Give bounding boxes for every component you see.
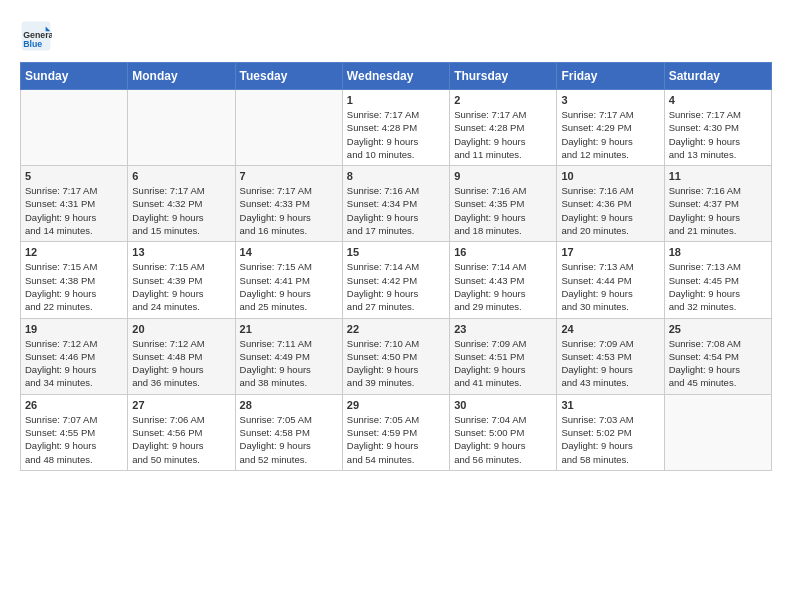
cell-content: Sunrise: 7:14 AM Sunset: 4:43 PM Dayligh…: [454, 260, 552, 313]
calendar-cell: 6Sunrise: 7:17 AM Sunset: 4:32 PM Daylig…: [128, 166, 235, 242]
calendar-cell: 25Sunrise: 7:08 AM Sunset: 4:54 PM Dayli…: [664, 318, 771, 394]
logo-icon: General Blue: [20, 20, 52, 52]
calendar-week-row: 1Sunrise: 7:17 AM Sunset: 4:28 PM Daylig…: [21, 90, 772, 166]
cell-content: Sunrise: 7:13 AM Sunset: 4:45 PM Dayligh…: [669, 260, 767, 313]
cell-content: Sunrise: 7:12 AM Sunset: 4:48 PM Dayligh…: [132, 337, 230, 390]
calendar-cell: 17Sunrise: 7:13 AM Sunset: 4:44 PM Dayli…: [557, 242, 664, 318]
day-number: 7: [240, 170, 338, 182]
day-number: 29: [347, 399, 445, 411]
day-number: 12: [25, 246, 123, 258]
day-number: 17: [561, 246, 659, 258]
cell-content: Sunrise: 7:03 AM Sunset: 5:02 PM Dayligh…: [561, 413, 659, 466]
calendar-day-header: Saturday: [664, 63, 771, 90]
cell-content: Sunrise: 7:17 AM Sunset: 4:31 PM Dayligh…: [25, 184, 123, 237]
cell-content: Sunrise: 7:13 AM Sunset: 4:44 PM Dayligh…: [561, 260, 659, 313]
calendar-cell: 19Sunrise: 7:12 AM Sunset: 4:46 PM Dayli…: [21, 318, 128, 394]
cell-content: Sunrise: 7:11 AM Sunset: 4:49 PM Dayligh…: [240, 337, 338, 390]
cell-content: Sunrise: 7:05 AM Sunset: 4:58 PM Dayligh…: [240, 413, 338, 466]
cell-content: Sunrise: 7:09 AM Sunset: 4:51 PM Dayligh…: [454, 337, 552, 390]
day-number: 20: [132, 323, 230, 335]
day-number: 27: [132, 399, 230, 411]
calendar-body: 1Sunrise: 7:17 AM Sunset: 4:28 PM Daylig…: [21, 90, 772, 471]
calendar-cell: 26Sunrise: 7:07 AM Sunset: 4:55 PM Dayli…: [21, 394, 128, 470]
cell-content: Sunrise: 7:17 AM Sunset: 4:32 PM Dayligh…: [132, 184, 230, 237]
calendar-cell: 4Sunrise: 7:17 AM Sunset: 4:30 PM Daylig…: [664, 90, 771, 166]
calendar-day-header: Sunday: [21, 63, 128, 90]
calendar-cell: 7Sunrise: 7:17 AM Sunset: 4:33 PM Daylig…: [235, 166, 342, 242]
day-number: 14: [240, 246, 338, 258]
calendar-cell: 28Sunrise: 7:05 AM Sunset: 4:58 PM Dayli…: [235, 394, 342, 470]
cell-content: Sunrise: 7:16 AM Sunset: 4:34 PM Dayligh…: [347, 184, 445, 237]
day-number: 26: [25, 399, 123, 411]
day-number: 25: [669, 323, 767, 335]
calendar-table: SundayMondayTuesdayWednesdayThursdayFrid…: [20, 62, 772, 471]
calendar-day-header: Thursday: [450, 63, 557, 90]
calendar-cell: 22Sunrise: 7:10 AM Sunset: 4:50 PM Dayli…: [342, 318, 449, 394]
calendar-cell: 5Sunrise: 7:17 AM Sunset: 4:31 PM Daylig…: [21, 166, 128, 242]
calendar-cell: 10Sunrise: 7:16 AM Sunset: 4:36 PM Dayli…: [557, 166, 664, 242]
calendar-cell: 20Sunrise: 7:12 AM Sunset: 4:48 PM Dayli…: [128, 318, 235, 394]
cell-content: Sunrise: 7:10 AM Sunset: 4:50 PM Dayligh…: [347, 337, 445, 390]
calendar-day-header: Tuesday: [235, 63, 342, 90]
day-number: 3: [561, 94, 659, 106]
cell-content: Sunrise: 7:16 AM Sunset: 4:35 PM Dayligh…: [454, 184, 552, 237]
day-number: 8: [347, 170, 445, 182]
calendar-week-row: 19Sunrise: 7:12 AM Sunset: 4:46 PM Dayli…: [21, 318, 772, 394]
calendar-cell: 3Sunrise: 7:17 AM Sunset: 4:29 PM Daylig…: [557, 90, 664, 166]
cell-content: Sunrise: 7:14 AM Sunset: 4:42 PM Dayligh…: [347, 260, 445, 313]
day-number: 13: [132, 246, 230, 258]
calendar-cell: 24Sunrise: 7:09 AM Sunset: 4:53 PM Dayli…: [557, 318, 664, 394]
calendar-day-header: Friday: [557, 63, 664, 90]
calendar-cell: 29Sunrise: 7:05 AM Sunset: 4:59 PM Dayli…: [342, 394, 449, 470]
calendar-cell: 31Sunrise: 7:03 AM Sunset: 5:02 PM Dayli…: [557, 394, 664, 470]
day-number: 4: [669, 94, 767, 106]
cell-content: Sunrise: 7:05 AM Sunset: 4:59 PM Dayligh…: [347, 413, 445, 466]
day-number: 31: [561, 399, 659, 411]
svg-text:Blue: Blue: [23, 39, 42, 49]
calendar-cell: 8Sunrise: 7:16 AM Sunset: 4:34 PM Daylig…: [342, 166, 449, 242]
calendar-week-row: 26Sunrise: 7:07 AM Sunset: 4:55 PM Dayli…: [21, 394, 772, 470]
cell-content: Sunrise: 7:16 AM Sunset: 4:37 PM Dayligh…: [669, 184, 767, 237]
calendar-week-row: 5Sunrise: 7:17 AM Sunset: 4:31 PM Daylig…: [21, 166, 772, 242]
day-number: 16: [454, 246, 552, 258]
day-number: 9: [454, 170, 552, 182]
calendar-cell: 11Sunrise: 7:16 AM Sunset: 4:37 PM Dayli…: [664, 166, 771, 242]
day-number: 11: [669, 170, 767, 182]
cell-content: Sunrise: 7:15 AM Sunset: 4:38 PM Dayligh…: [25, 260, 123, 313]
day-number: 24: [561, 323, 659, 335]
day-number: 19: [25, 323, 123, 335]
calendar-cell: 13Sunrise: 7:15 AM Sunset: 4:39 PM Dayli…: [128, 242, 235, 318]
calendar-cell: 14Sunrise: 7:15 AM Sunset: 4:41 PM Dayli…: [235, 242, 342, 318]
calendar-cell: 16Sunrise: 7:14 AM Sunset: 4:43 PM Dayli…: [450, 242, 557, 318]
calendar-cell: 18Sunrise: 7:13 AM Sunset: 4:45 PM Dayli…: [664, 242, 771, 318]
logo: General Blue: [20, 20, 58, 52]
day-number: 5: [25, 170, 123, 182]
day-number: 2: [454, 94, 552, 106]
cell-content: Sunrise: 7:15 AM Sunset: 4:41 PM Dayligh…: [240, 260, 338, 313]
calendar-cell: 12Sunrise: 7:15 AM Sunset: 4:38 PM Dayli…: [21, 242, 128, 318]
calendar-cell: 2Sunrise: 7:17 AM Sunset: 4:28 PM Daylig…: [450, 90, 557, 166]
cell-content: Sunrise: 7:07 AM Sunset: 4:55 PM Dayligh…: [25, 413, 123, 466]
cell-content: Sunrise: 7:15 AM Sunset: 4:39 PM Dayligh…: [132, 260, 230, 313]
cell-content: Sunrise: 7:17 AM Sunset: 4:33 PM Dayligh…: [240, 184, 338, 237]
calendar-cell: 30Sunrise: 7:04 AM Sunset: 5:00 PM Dayli…: [450, 394, 557, 470]
day-number: 22: [347, 323, 445, 335]
calendar-cell: 21Sunrise: 7:11 AM Sunset: 4:49 PM Dayli…: [235, 318, 342, 394]
calendar-week-row: 12Sunrise: 7:15 AM Sunset: 4:38 PM Dayli…: [21, 242, 772, 318]
calendar-cell: [235, 90, 342, 166]
day-number: 21: [240, 323, 338, 335]
calendar-day-header: Monday: [128, 63, 235, 90]
day-number: 1: [347, 94, 445, 106]
day-number: 15: [347, 246, 445, 258]
day-number: 23: [454, 323, 552, 335]
day-number: 30: [454, 399, 552, 411]
cell-content: Sunrise: 7:06 AM Sunset: 4:56 PM Dayligh…: [132, 413, 230, 466]
cell-content: Sunrise: 7:04 AM Sunset: 5:00 PM Dayligh…: [454, 413, 552, 466]
calendar-day-header: Wednesday: [342, 63, 449, 90]
page-header: General Blue: [20, 20, 772, 52]
cell-content: Sunrise: 7:17 AM Sunset: 4:28 PM Dayligh…: [347, 108, 445, 161]
calendar-cell: [128, 90, 235, 166]
calendar-header-row: SundayMondayTuesdayWednesdayThursdayFrid…: [21, 63, 772, 90]
calendar-cell: [21, 90, 128, 166]
cell-content: Sunrise: 7:16 AM Sunset: 4:36 PM Dayligh…: [561, 184, 659, 237]
